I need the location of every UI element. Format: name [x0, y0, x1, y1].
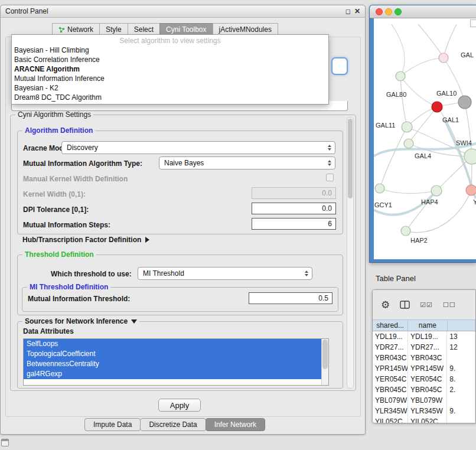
- which-threshold-label: Which threshold to use:: [51, 269, 132, 279]
- deselect-all-checkboxes-icon[interactable]: ☐☐: [443, 301, 456, 309]
- table-row[interactable]: YER054CYER054C8.: [373, 374, 475, 384]
- algorithm-option-bayesian-k2[interactable]: Bayesian - K2: [12, 83, 328, 93]
- algorithm-option-list: Bayesian - Hill ClimbingBasic Correlatio…: [12, 45, 328, 102]
- updown-arrows-icon: [305, 270, 308, 276]
- attributes-list-scrollbar-thumb[interactable]: [322, 340, 328, 369]
- mi-steps-input[interactable]: [252, 218, 336, 230]
- table-row[interactable]: YBL079WYBL079W: [373, 395, 475, 406]
- minimized-panel-icon[interactable]: [1, 439, 9, 446]
- network-node-label: GAL10: [436, 90, 457, 97]
- network-node[interactable]: [404, 139, 413, 148]
- table-column-header[interactable]: [448, 320, 476, 331]
- table-cell: [447, 395, 475, 406]
- bottom-tab-infer-network[interactable]: Infer Network: [206, 418, 265, 431]
- table-cell: YDL19...: [373, 331, 408, 342]
- close-window-icon[interactable]: ✕: [354, 7, 360, 15]
- dpi-tolerance-input[interactable]: [252, 203, 336, 214]
- network-node[interactable]: [402, 122, 412, 132]
- manual-kernel-checkbox[interactable]: [326, 174, 334, 181]
- network-node[interactable]: [464, 149, 476, 164]
- control-panel-titlebar[interactable]: Control Panel ◻ ✕: [1, 5, 365, 18]
- network-scrollbar-button[interactable]: [470, 19, 476, 27]
- table-column-header[interactable]: shared...: [373, 320, 408, 331]
- table-cell: [447, 353, 475, 363]
- zoom-traffic-light[interactable]: [395, 8, 402, 15]
- network-view-window: GALGAL80GAL10GAL11GAL1SWI4GAL4GCY1HAP4YH…: [369, 5, 476, 263]
- attributes-list-scrollbar[interactable]: [321, 339, 328, 385]
- table-cell: YER054C: [373, 374, 408, 384]
- hub-transcription-section-toggle[interactable]: Hub/Transcription Factor Definition: [22, 236, 149, 244]
- settings-group-title: Cyni Algorithm Settings: [15, 110, 93, 119]
- network-node[interactable]: [375, 184, 384, 193]
- float-window-icon[interactable]: ◻: [345, 8, 351, 15]
- table-row[interactable]: YIL052CYIL052C: [373, 416, 475, 423]
- threshold-definition-group: Threshold Definition Which threshold to …: [17, 255, 343, 315]
- mi-type-select[interactable]: Naive Bayes: [159, 156, 335, 169]
- attribute-item-gal4rgexp[interactable]: gal4RGexp: [24, 369, 321, 379]
- network-node-label: GAL1: [442, 116, 459, 123]
- control-panel-title: Control Panel: [5, 7, 48, 15]
- table-cell: YIL052C: [373, 416, 408, 423]
- data-attributes-list[interactable]: SelfLoopsTopologicalCoefficientBetweenne…: [23, 338, 329, 386]
- settings-scrollbar[interactable]: [347, 117, 354, 389]
- aracne-mode-value: Discovery: [67, 144, 98, 152]
- table-cell: 12: [447, 342, 475, 353]
- network-node[interactable]: [431, 185, 442, 196]
- sources-group: Sources for Network Inference Data Attri…: [17, 321, 343, 389]
- settings-scrollbar-thumb[interactable]: [348, 119, 353, 198]
- aracne-mode-select[interactable]: Discovery: [61, 141, 335, 154]
- updown-arrows-icon: [328, 145, 331, 151]
- algorithm-option-dream8-dc-tdc-algorithm[interactable]: Dream8 DC_TDC Algorithm: [12, 93, 328, 102]
- mi-steps-label: Mutual Information Steps:: [23, 220, 110, 230]
- close-traffic-light[interactable]: [376, 8, 383, 15]
- table-cell: [447, 416, 475, 423]
- network-node[interactable]: [439, 53, 448, 63]
- refresh-button[interactable]: [331, 57, 348, 75]
- apply-button[interactable]: Apply: [158, 399, 201, 412]
- network-node-label: GAL4: [415, 152, 431, 159]
- select-all-checkboxes-icon[interactable]: ☑☑: [420, 301, 433, 309]
- table-row[interactable]: YDR27...YDR27...12: [373, 342, 475, 353]
- table-row[interactable]: YBR043CYBR043C: [373, 353, 475, 363]
- algorithm-option-mutual-information-inference[interactable]: Mutual Information Inference: [12, 74, 328, 83]
- algorithm-option-aracne-algorithm[interactable]: ARACNE Algorithm: [12, 64, 328, 74]
- table-row[interactable]: YLR345WYLR345W9.: [373, 406, 475, 416]
- attribute-items: SelfLoopsTopologicalCoefficientBetweenne…: [24, 339, 328, 379]
- bottom-tab-discretize-data[interactable]: Discretize Data: [140, 418, 206, 431]
- table-column-header[interactable]: name: [408, 320, 447, 331]
- table-cell: YDR27...: [373, 342, 408, 353]
- attribute-item-betweennesscentrality[interactable]: BetweennessCentrality: [24, 359, 321, 369]
- algorithm-option-bayesian-hill-climbing[interactable]: Bayesian - Hill Climbing: [12, 45, 328, 55]
- tab-label: Select: [134, 25, 154, 34]
- which-threshold-select[interactable]: MI Threshold: [138, 267, 312, 280]
- sources-group-title[interactable]: Sources for Network Inference: [22, 317, 139, 325]
- settings-group-title-text: Cyni Algorithm Settings: [18, 110, 91, 119]
- table-panel-title: Table Panel: [376, 274, 416, 283]
- kernel-width-input[interactable]: [252, 187, 336, 199]
- window-buttons: ◻ ✕: [345, 7, 360, 15]
- gear-icon[interactable]: ⚙: [381, 300, 390, 310]
- mi-threshold-input[interactable]: [249, 292, 332, 304]
- bottom-tab-impute-data[interactable]: Impute Data: [84, 418, 141, 431]
- network-node-label: GAL: [461, 51, 474, 58]
- attribute-item-selfloops[interactable]: SelfLoops: [24, 339, 321, 349]
- table-cell: YDR27...: [408, 342, 447, 353]
- network-node[interactable]: [401, 226, 410, 236]
- network-window-titlebar[interactable]: [370, 5, 476, 18]
- table-cell: YDL19...: [408, 331, 447, 342]
- network-node[interactable]: [458, 96, 471, 109]
- table-row[interactable]: YPR145WYPR145W9.: [373, 363, 475, 374]
- algorithm-option-basic-correlation-inference[interactable]: Basic Correlation Inference: [12, 55, 328, 64]
- attribute-item-topologicalcoefficient[interactable]: TopologicalCoefficient: [24, 349, 321, 359]
- minimize-traffic-light[interactable]: [385, 8, 392, 15]
- threshold-definition-title: Threshold Definition: [22, 250, 96, 259]
- table-row[interactable]: YDL19...YDL19...13: [373, 331, 475, 342]
- network-canvas[interactable]: GALGAL80GAL10GAL11GAL1SWI4GAL4GCY1HAP4YH…: [374, 18, 476, 259]
- manual-kernel-label: Manual Kernel Width Definition: [23, 174, 128, 184]
- network-node[interactable]: [396, 71, 405, 81]
- columns-icon[interactable]: [400, 301, 410, 309]
- table-cell: 8.: [447, 374, 475, 384]
- network-node[interactable]: [432, 102, 442, 112]
- table-row[interactable]: YBR045CYBR045C2.: [373, 384, 475, 395]
- network-node[interactable]: [466, 185, 476, 195]
